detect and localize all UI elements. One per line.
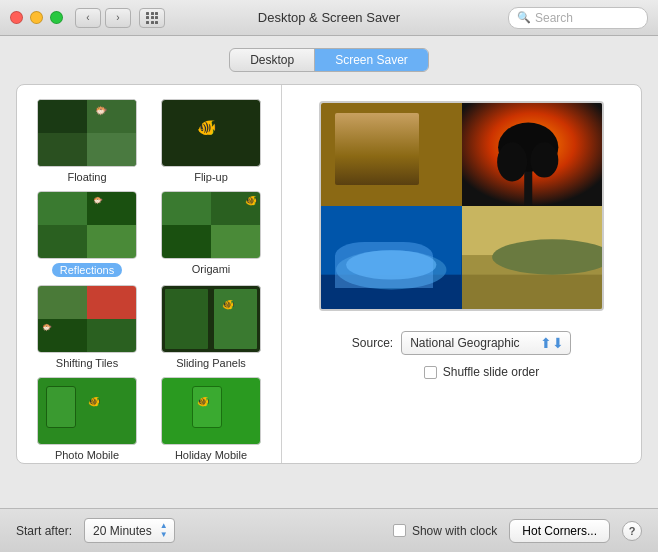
tab-group: Desktop Screen Saver	[229, 48, 429, 72]
svg-point-7	[336, 250, 446, 289]
preview-panel: Source: National Geographic ⬆⬇ Shuffle s…	[282, 85, 641, 463]
preview-cell-3	[321, 206, 462, 309]
stepper-arrows: ▲ ▼	[160, 522, 168, 539]
start-after-value: 20 Minutes	[93, 524, 152, 538]
minimize-button[interactable]	[30, 11, 43, 24]
ss-item-flipup[interactable]: Flip-up	[153, 99, 269, 183]
source-label: Source:	[352, 336, 393, 350]
main-content: Desktop Screen Saver Floating	[0, 36, 658, 508]
ss-thumb-shifting-tiles	[37, 285, 137, 353]
ss-label-reflections: Reflections	[52, 263, 122, 277]
search-placeholder: Search	[535, 11, 573, 25]
svg-point-8	[346, 250, 436, 279]
svg-point-4	[530, 142, 558, 177]
search-bar[interactable]: 🔍 Search	[508, 7, 648, 29]
svg-point-3	[497, 142, 527, 181]
maximize-button[interactable]	[50, 11, 63, 24]
screensaver-grid: Floating Flip-up Reflections	[21, 93, 277, 463]
close-button[interactable]	[10, 11, 23, 24]
ss-item-photo-mobile[interactable]: Photo Mobile	[29, 377, 145, 461]
ss-thumb-origami	[161, 191, 261, 259]
ss-label-holiday-mobile: Holiday Mobile	[175, 449, 247, 461]
ss-item-origami[interactable]: Origami	[153, 191, 269, 277]
screensaver-list: Floating Flip-up Reflections	[17, 85, 282, 463]
svg-rect-6	[321, 275, 462, 309]
ss-thumb-holiday-mobile	[161, 377, 261, 445]
bottom-bar: Start after: 20 Minutes ▲ ▼ Show with cl…	[0, 508, 658, 552]
source-row: Source: National Geographic ⬆⬇	[298, 331, 625, 355]
preview-cell-4	[462, 206, 603, 309]
search-icon: 🔍	[517, 11, 531, 24]
ss-label-flipup: Flip-up	[194, 171, 228, 183]
ss-thumb-photo-mobile	[37, 377, 137, 445]
preview-cell-2	[462, 103, 603, 206]
show-clock-label: Show with clock	[412, 524, 497, 538]
window-title: Desktop & Screen Saver	[258, 10, 400, 25]
forward-button[interactable]: ›	[105, 8, 131, 28]
grid-view-button[interactable]	[139, 8, 165, 28]
ss-thumb-reflections	[37, 191, 137, 259]
help-button[interactable]: ?	[622, 521, 642, 541]
ss-label-photo-mobile: Photo Mobile	[55, 449, 119, 461]
source-value: National Geographic	[410, 336, 519, 350]
titlebar: ‹ › Desktop & Screen Saver 🔍 Search	[0, 0, 658, 36]
source-select[interactable]: National Geographic ⬆⬇	[401, 331, 571, 355]
tab-desktop[interactable]: Desktop	[230, 49, 314, 71]
ss-item-floating[interactable]: Floating	[29, 99, 145, 183]
chevron-down-icon: ⬆⬇	[540, 335, 564, 351]
ss-thumb-floating	[37, 99, 137, 167]
ss-item-shifting-tiles[interactable]: Shifting Tiles	[29, 285, 145, 369]
ss-label-origami: Origami	[192, 263, 231, 275]
preview-cell-1	[321, 103, 462, 206]
start-after-select[interactable]: 20 Minutes ▲ ▼	[84, 518, 175, 543]
shuffle-checkbox[interactable]	[424, 366, 437, 379]
stepper-up-icon: ▲	[160, 522, 168, 530]
ss-label-shifting-tiles: Shifting Tiles	[56, 357, 118, 369]
shuffle-label: Shuffle slide order	[443, 365, 540, 379]
ss-thumb-sliding-panels	[161, 285, 261, 353]
ss-item-sliding-panels[interactable]: Sliding Panels	[153, 285, 269, 369]
shuffle-row: Shuffle slide order	[318, 365, 642, 379]
stepper-down-icon: ▼	[160, 531, 168, 539]
show-clock-row: Show with clock	[393, 524, 497, 538]
ss-thumb-flipup	[161, 99, 261, 167]
hot-corners-button[interactable]: Hot Corners...	[509, 519, 610, 543]
tab-bar: Desktop Screen Saver	[16, 48, 642, 72]
traffic-lights	[10, 11, 63, 24]
content-panel: Floating Flip-up Reflections	[16, 84, 642, 464]
ss-label-sliding-panels: Sliding Panels	[176, 357, 246, 369]
start-after-label: Start after:	[16, 524, 72, 538]
tab-screensaver[interactable]: Screen Saver	[315, 49, 428, 71]
nav-buttons: ‹ ›	[75, 8, 131, 28]
show-clock-checkbox[interactable]	[393, 524, 406, 537]
ss-item-reflections[interactable]: Reflections	[29, 191, 145, 277]
back-button[interactable]: ‹	[75, 8, 101, 28]
ss-item-holiday-mobile[interactable]: Holiday Mobile	[153, 377, 269, 461]
preview-frame	[319, 101, 604, 311]
ss-label-floating: Floating	[67, 171, 106, 183]
